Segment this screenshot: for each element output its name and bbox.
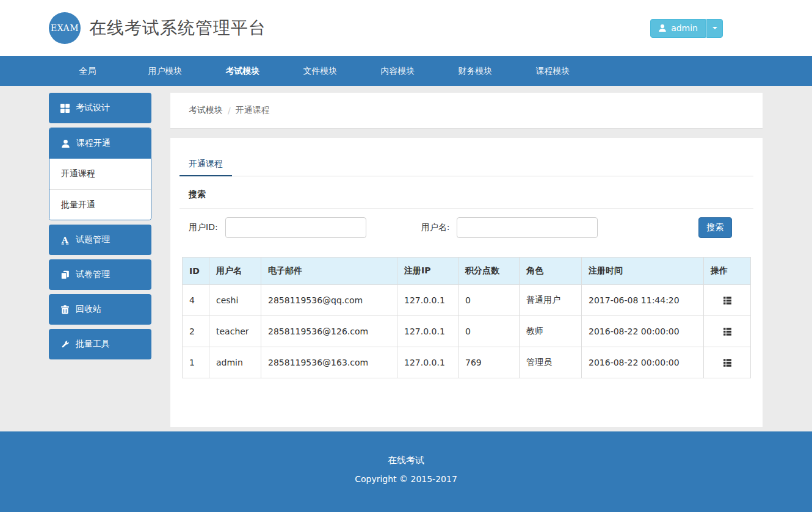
main-content: 考试模块 / 开通课程 开通课程 搜索 用户ID: 用户名: 搜索 bbox=[170, 93, 763, 427]
sidebar-item-label: 回收站 bbox=[76, 304, 101, 315]
breadcrumb: 考试模块 / 开通课程 bbox=[170, 93, 763, 129]
col-header-reg-ip: 注册IP bbox=[397, 258, 459, 285]
cell-username: teacher bbox=[209, 316, 261, 347]
col-header-id: ID bbox=[183, 258, 209, 285]
page-title: 在线考试系统管理平台 bbox=[89, 16, 266, 40]
breadcrumb-separator: / bbox=[228, 106, 231, 115]
cell-role: 普通用户 bbox=[520, 285, 582, 316]
cell-points: 769 bbox=[459, 347, 520, 378]
th-list-icon[interactable] bbox=[723, 358, 732, 367]
sidebar-item-exam-design[interactable]: 考试设计 bbox=[49, 93, 151, 123]
user-button-group: admin bbox=[650, 19, 723, 38]
user-button-label: admin bbox=[671, 23, 698, 33]
cell-ip: 127.0.0.1 bbox=[397, 285, 459, 316]
cell-reg-time: 2016-08-22 00:00:00 bbox=[582, 347, 704, 378]
breadcrumb-parent[interactable]: 考试模块 bbox=[189, 105, 223, 116]
cell-id: 2 bbox=[183, 316, 209, 347]
nav-item-course-module[interactable]: 课程模块 bbox=[514, 56, 592, 86]
footer-site-name: 在线考试 bbox=[0, 455, 812, 466]
user-id-input[interactable] bbox=[225, 217, 366, 238]
col-header-reg-time: 注册时间 bbox=[582, 258, 704, 285]
search-button[interactable]: 搜索 bbox=[698, 217, 732, 238]
col-header-role: 角色 bbox=[520, 258, 582, 285]
cell-reg-time: 2016-08-22 00:00:00 bbox=[582, 316, 704, 347]
th-list-icon[interactable] bbox=[723, 327, 732, 336]
user-name-input[interactable] bbox=[457, 217, 598, 238]
sidebar-item-label: 批量工具 bbox=[76, 339, 110, 350]
logo-text: EXAM bbox=[51, 23, 79, 33]
sidebar-item-label: 试卷管理 bbox=[76, 269, 110, 280]
search-section-title: 搜索 bbox=[179, 176, 753, 209]
footer-copyright: Copyright © 2015-2017 bbox=[0, 474, 812, 484]
sidebar-item-recycle-bin[interactable]: 回收站 bbox=[49, 294, 151, 325]
cell-ops bbox=[704, 316, 751, 347]
sidebar-item-label: 试题管理 bbox=[76, 234, 110, 245]
nav-item-exam-module[interactable]: 考试模块 bbox=[204, 56, 281, 86]
cell-id: 4 bbox=[183, 285, 209, 316]
cell-role: 教师 bbox=[520, 316, 582, 347]
trash-icon bbox=[60, 305, 70, 314]
col-header-username: 用户名 bbox=[209, 258, 261, 285]
tab-open-course[interactable]: 开通课程 bbox=[179, 153, 232, 176]
table-row: 4 ceshi 2858119536@qq.com 127.0.0.1 0 普通… bbox=[183, 285, 751, 316]
table-row: 2 teacher 2858119536@126.com 127.0.0.1 0… bbox=[183, 316, 751, 347]
cell-ip: 127.0.0.1 bbox=[397, 316, 459, 347]
page-footer: 在线考试 Copyright © 2015-2017 bbox=[0, 431, 812, 512]
table-header-row: ID 用户名 电子邮件 注册IP 积分点数 角色 注册时间 操作 bbox=[183, 258, 751, 285]
sidebar-subitem-batch-open[interactable]: 批量开通 bbox=[49, 189, 151, 220]
user-account-button[interactable]: admin bbox=[650, 19, 706, 38]
cell-username: ceshi bbox=[209, 285, 261, 316]
user-icon bbox=[61, 139, 70, 148]
users-table: ID 用户名 电子邮件 注册IP 积分点数 角色 注册时间 操作 bbox=[182, 257, 751, 378]
breadcrumb-current: 开通课程 bbox=[236, 105, 270, 116]
nav-item-user-module[interactable]: 用户模块 bbox=[126, 56, 204, 86]
cell-reg-time: 2017-06-08 11:44:20 bbox=[582, 285, 704, 316]
cell-email: 2858119536@163.com bbox=[261, 347, 397, 378]
cell-ops bbox=[704, 347, 751, 378]
sidebar-item-label: 课程开通 bbox=[76, 138, 111, 149]
app-header: EXAM 在线考试系统管理平台 admin bbox=[0, 0, 812, 56]
top-navbar: 全局 用户模块 考试模块 文件模块 内容模块 财务模块 课程模块 bbox=[0, 56, 812, 86]
page-body: 考试设计 课程开通 开通课程 批量开通 A 试题管理 bbox=[0, 86, 812, 431]
sidebar: 考试设计 课程开通 开通课程 批量开通 A 试题管理 bbox=[49, 93, 151, 364]
nav-item-finance-module[interactable]: 财务模块 bbox=[437, 56, 514, 86]
user-dropdown-toggle[interactable] bbox=[706, 19, 723, 38]
sidebar-item-label: 考试设计 bbox=[76, 103, 110, 114]
cell-id: 1 bbox=[183, 347, 209, 378]
content-panel: 开通课程 搜索 用户ID: 用户名: 搜索 bbox=[170, 138, 763, 427]
cell-ip: 127.0.0.1 bbox=[397, 347, 459, 378]
cell-points: 0 bbox=[459, 316, 520, 347]
sidebar-item-course-open[interactable]: 课程开通 bbox=[49, 128, 151, 159]
nav-item-global[interactable]: 全局 bbox=[49, 56, 126, 86]
cell-points: 0 bbox=[459, 285, 520, 316]
col-header-email: 电子邮件 bbox=[261, 258, 397, 285]
cell-username: admin bbox=[209, 347, 261, 378]
users-table-wrap: ID 用户名 电子邮件 注册IP 积分点数 角色 注册时间 操作 bbox=[182, 257, 751, 378]
svg-text:A: A bbox=[61, 236, 68, 245]
exam-logo: EXAM bbox=[49, 12, 81, 44]
cell-email: 2858119536@126.com bbox=[261, 316, 397, 347]
nav-item-content-module[interactable]: 内容模块 bbox=[359, 56, 437, 86]
sidebar-item-paper-management[interactable]: 试卷管理 bbox=[49, 259, 151, 290]
cell-email: 2858119536@qq.com bbox=[261, 285, 397, 316]
tab-bar: 开通课程 bbox=[179, 138, 753, 176]
sidebar-subitem-open-course[interactable]: 开通课程 bbox=[49, 159, 151, 189]
search-form: 用户ID: 用户名: 搜索 bbox=[189, 217, 744, 238]
copy-icon bbox=[60, 270, 70, 279]
user-icon bbox=[658, 24, 667, 32]
nav-item-file-module[interactable]: 文件模块 bbox=[281, 56, 359, 86]
th-list-icon[interactable] bbox=[723, 296, 732, 305]
user-name-label: 用户名: bbox=[421, 222, 450, 233]
col-header-points: 积分点数 bbox=[459, 258, 520, 285]
font-icon: A bbox=[60, 236, 70, 245]
user-id-label: 用户ID: bbox=[189, 222, 218, 233]
sidebar-item-batch-tools[interactable]: 批量工具 bbox=[49, 329, 151, 359]
th-large-icon bbox=[60, 104, 70, 113]
wrench-icon bbox=[60, 340, 70, 349]
table-row: 1 admin 2858119536@163.com 127.0.0.1 769… bbox=[183, 347, 751, 378]
col-header-ops: 操作 bbox=[704, 258, 751, 285]
cell-ops bbox=[704, 285, 751, 316]
sidebar-group-course-open: 课程开通 开通课程 批量开通 bbox=[49, 128, 151, 220]
caret-down-icon bbox=[712, 27, 717, 29]
sidebar-item-question-management[interactable]: A 试题管理 bbox=[49, 225, 151, 255]
